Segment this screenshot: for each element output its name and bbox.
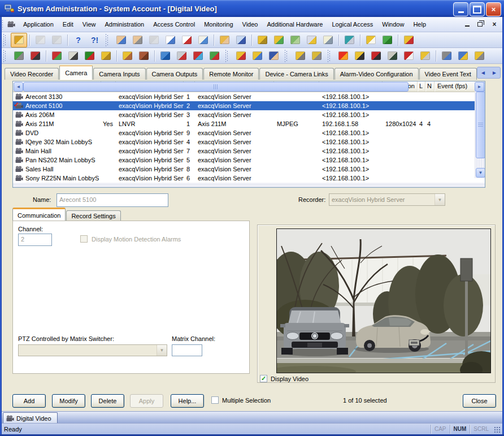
mdi-close-icon[interactable]: × — [490, 20, 498, 28]
matrix-channel-input[interactable] — [172, 344, 202, 356]
segment-shapes-icon[interactable] — [287, 33, 303, 48]
recorder-select[interactable]: exacqVision Hybrid Server ▼ — [329, 193, 445, 206]
operator-key-icon[interactable] — [11, 33, 27, 48]
menu-item[interactable]: Application — [19, 19, 58, 30]
video-camera-icon[interactable] — [292, 49, 309, 63]
table-row[interactable]: Axis 206M exacqVision Hybrid Server 3 ex… — [13, 110, 485, 119]
tab-scroll-right-icon[interactable]: ► — [492, 70, 497, 76]
timezone-clock-icon[interactable] — [363, 33, 379, 48]
system-options-icon[interactable] — [254, 33, 271, 48]
workstation-transfer-icon[interactable] — [455, 49, 471, 63]
help-button[interactable]: Help... — [171, 394, 204, 408]
channel-input[interactable]: 2 — [18, 234, 52, 246]
register-icon[interactable] — [417, 49, 433, 63]
network-diagram-icon[interactable] — [438, 49, 455, 63]
database-export-icon[interactable] — [341, 33, 358, 48]
monitor-group-icon[interactable] — [379, 33, 396, 48]
map-icon[interactable] — [157, 49, 173, 63]
modify-button[interactable]: Modify — [52, 394, 85, 408]
workstation-icon[interactable] — [233, 33, 249, 48]
table-row[interactable]: IQeye 302 Main LobbyS exacqVision Hybrid… — [13, 137, 485, 146]
name-input[interactable]: Arecont 5100 — [57, 193, 168, 207]
minimize-button[interactable] — [453, 2, 468, 16]
menu-item[interactable]: Administration — [100, 19, 149, 30]
menu-item[interactable]: Monitoring — [199, 19, 237, 30]
alarm-bell-icon[interactable] — [233, 49, 249, 63]
subtab[interactable]: Communication — [12, 208, 66, 221]
table-row[interactable]: Main Hall exacqVision Hybrid Server 7 ex… — [13, 146, 485, 156]
subtab[interactable]: Record Settings — [66, 210, 120, 221]
close-window-button[interactable]: × — [486, 2, 501, 16]
alarm-monitor-icon[interactable] — [249, 49, 266, 63]
phone-icon[interactable] — [98, 49, 114, 63]
guard-icon[interactable] — [266, 49, 282, 63]
scroll-down-icon[interactable]: ▼ — [476, 168, 485, 178]
scroll-right-icon[interactable]: ► — [475, 82, 484, 92]
tab-digital-video[interactable]: Digital Video — [3, 412, 58, 424]
display-video-checkbox[interactable]: ✓ — [260, 375, 267, 382]
menu-item[interactable]: Access Control — [149, 19, 199, 30]
table-row[interactable]: Arecont 5100 exacqVision Hybrid Server 2… — [13, 101, 485, 110]
table-row[interactable]: Sales Hall exacqVision Hybrid Server 8 e… — [13, 165, 485, 174]
scroll-left-icon[interactable]: ◄ — [14, 82, 23, 92]
multiple-selection-checkbox[interactable] — [211, 396, 219, 404]
hardware-tree-icon[interactable] — [11, 49, 27, 63]
keypad-icon[interactable] — [351, 49, 368, 63]
door-schedule-icon[interactable] — [119, 49, 136, 63]
notes-icon[interactable] — [320, 33, 336, 48]
tab-scroll-left-icon[interactable]: ◄ — [480, 70, 486, 76]
delete-button[interactable]: Delete — [91, 394, 124, 408]
mdi-minimize-icon[interactable] — [463, 20, 471, 28]
menu-item[interactable]: Help — [409, 19, 431, 30]
menu-item[interactable]: Window — [377, 19, 409, 30]
help-icon[interactable]: ? — [70, 33, 86, 48]
server-config-icon[interactable] — [303, 33, 320, 48]
network-map-icon[interactable] — [49, 49, 65, 63]
tab[interactable]: Alarm-Video Configuration — [334, 68, 419, 80]
tab[interactable]: Device - Camera Links — [259, 68, 333, 80]
connection-nodes-icon[interactable] — [471, 49, 488, 63]
schedule-icon[interactable] — [179, 33, 195, 48]
column-header[interactable]: Event (fps) — [435, 81, 477, 92]
horizontal-scroll-thumb[interactable] — [23, 82, 409, 92]
assign-badge-icon[interactable] — [129, 33, 146, 48]
tab[interactable]: Camera Inputs — [93, 68, 145, 80]
report-icon[interactable] — [162, 33, 179, 48]
vertical-scrollbar[interactable]: ▲ ▼ — [475, 81, 485, 178]
card-format-icon[interactable] — [271, 33, 287, 48]
menu-item[interactable]: Edit — [58, 19, 78, 30]
panel-alarm-icon[interactable] — [173, 49, 190, 63]
table-row[interactable]: DVD exacqVision Hybrid Server 9 exacqVis… — [13, 128, 485, 137]
table-row[interactable]: Axis 211M Yes LNVR 1 Axis 211M MJPEG 192… — [13, 119, 485, 128]
menu-item[interactable]: Video — [238, 19, 263, 30]
cardholder-icon[interactable] — [113, 33, 129, 48]
table-row[interactable]: Pan NS202 Main LobbyS exacqVision Hybrid… — [13, 156, 485, 165]
video-verify-icon[interactable] — [309, 49, 325, 63]
tab[interactable]: Video Event Text — [419, 68, 477, 80]
table-row[interactable]: Arecont 3130 exacqVision Hybrid Server 1… — [13, 92, 485, 101]
camera-record-icon[interactable] — [81, 49, 98, 63]
device-tree-icon[interactable] — [206, 49, 223, 63]
table-row[interactable]: Sony RZ25N Main LobbyS exacqVision Hybri… — [13, 174, 485, 183]
resize-grip[interactable] — [494, 426, 501, 434]
menu-item[interactable]: Logical Access — [328, 19, 378, 30]
config-wizard-icon[interactable] — [27, 49, 44, 63]
menu-item[interactable]: View — [78, 19, 101, 30]
matrix-cable-icon[interactable] — [190, 49, 206, 63]
badge-layout-icon[interactable] — [195, 33, 211, 48]
first-aid-icon[interactable] — [368, 49, 384, 63]
target-icon[interactable] — [401, 49, 417, 63]
column-header[interactable]: N — [425, 81, 435, 92]
tab[interactable]: Camera Outputs — [146, 68, 203, 80]
fire-alarm-icon[interactable] — [335, 49, 351, 63]
column-header[interactable]: L — [418, 81, 425, 92]
door-icon[interactable] — [136, 49, 152, 63]
mdi-child-icon[interactable] — [7, 21, 16, 28]
keypad-grid-icon[interactable] — [384, 49, 401, 63]
menu-item[interactable]: Additional Hardware — [262, 19, 327, 30]
intercom-icon[interactable] — [65, 49, 81, 63]
operator-icon[interactable] — [216, 33, 233, 48]
alarm-routing-icon[interactable] — [401, 33, 417, 48]
add-button[interactable]: Add — [12, 394, 46, 408]
maximize-button[interactable] — [470, 2, 485, 16]
